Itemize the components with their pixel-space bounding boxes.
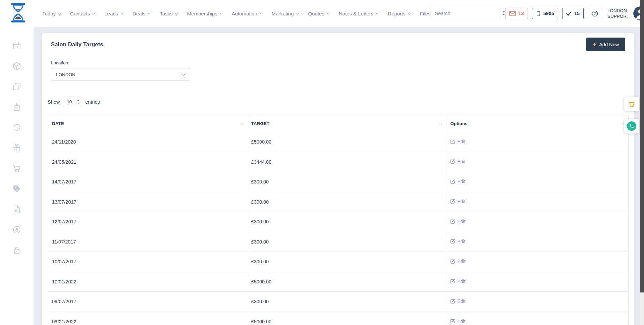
nav-item-tasks[interactable]: Tasks — [160, 11, 177, 16]
sidebar-item-shopping-bag[interactable] — [0, 97, 34, 117]
nav-item-notes-letters[interactable]: Notes & Letters — [339, 11, 378, 16]
nav-item-contacts[interactable]: Contacts — [70, 11, 95, 16]
show-label: Show — [48, 99, 60, 105]
target-cell: £5000.00 — [247, 312, 446, 325]
user-name[interactable]: LONDON SUPPORT — [607, 8, 629, 19]
sort-icon: ↑↓ — [439, 122, 442, 126]
sidebar-item-cart[interactable] — [0, 158, 34, 178]
nav-item-quotes[interactable]: Quotes — [308, 11, 329, 16]
edit-link[interactable]: Edit — [450, 299, 465, 304]
target-cell: £5000.00 — [247, 132, 446, 152]
edit-link[interactable]: Edit — [450, 159, 465, 164]
column-label: Options — [450, 121, 467, 126]
nav-item-reports[interactable]: Reports — [388, 11, 411, 16]
edit-label: Edit — [457, 259, 465, 264]
nav-item-marketing[interactable]: Marketing — [272, 11, 299, 16]
sidebar-item-package[interactable] — [0, 56, 34, 76]
sidebar-item-calendar[interactable]: 12 — [0, 35, 34, 56]
sidebar-item-layers[interactable] — [0, 76, 34, 97]
call-widget-button[interactable] — [624, 119, 639, 133]
table-row: 09/07/2017 £300.00 Edit — [48, 292, 629, 312]
help-badge[interactable]: ? — [588, 8, 602, 19]
sidebar-item-price-tag[interactable]: $ — [0, 178, 34, 199]
sidebar-item-history[interactable] — [0, 117, 34, 138]
svg-text:?: ? — [594, 11, 596, 15]
edit-link[interactable]: Edit — [450, 319, 465, 324]
app-logo[interactable] — [9, 3, 27, 24]
phone-badge[interactable]: 5905 — [532, 8, 558, 19]
edit-label: Edit — [457, 199, 465, 204]
nav-item-leads[interactable]: Leads — [104, 11, 123, 16]
sort-icon: ↑↓ — [240, 122, 243, 126]
nav-item-files[interactable]: Files — [420, 11, 431, 16]
edit-label: Edit — [457, 219, 465, 224]
edit-pencil-icon — [450, 159, 455, 164]
location-select[interactable]: LONDON — [51, 68, 190, 81]
cart-icon — [12, 164, 21, 173]
nav-label: Automation — [232, 11, 257, 16]
edit-link[interactable]: Edit — [450, 219, 465, 224]
tasks-done-badge[interactable]: 15 — [562, 8, 584, 19]
edit-pencil-icon — [450, 259, 455, 264]
edit-link[interactable]: Edit — [450, 239, 465, 244]
options-cell: Edit — [446, 132, 629, 152]
page-size-select-wrap: 10 — [63, 97, 82, 107]
nav-label: Files — [420, 11, 431, 16]
page-size-select[interactable]: 10 — [63, 97, 82, 107]
column-header-options[interactable]: Options↑↓ — [446, 115, 629, 132]
sidebar-item-gift[interactable] — [0, 138, 34, 158]
date-cell: 11/07/2017 — [48, 232, 247, 252]
phone-count: 5905 — [543, 11, 554, 16]
targets-card: Salon Daily Targets + Add New Location: … — [42, 33, 634, 325]
mail-badge[interactable]: 13 — [505, 8, 528, 19]
check-count: 15 — [574, 11, 580, 16]
mail-count: 13 — [519, 11, 524, 16]
edit-link[interactable]: Edit — [450, 259, 465, 264]
edit-link[interactable]: Edit — [450, 279, 465, 284]
options-cell: Edit — [446, 212, 629, 232]
edit-link[interactable]: Edit — [450, 199, 465, 204]
location-label: Location: — [51, 60, 629, 65]
add-new-label: Add New — [599, 42, 619, 47]
topbar-actions: 13 5905 15 ? LONDON SUPPORT — [431, 6, 644, 20]
chevron-down-icon — [259, 11, 263, 14]
scrollbar-thumb[interactable] — [640, 0, 644, 292]
options-cell: Edit — [446, 152, 629, 172]
edit-link[interactable]: Edit — [450, 179, 465, 184]
envelope-icon — [509, 11, 516, 16]
cart-widget-button[interactable] — [624, 97, 639, 111]
edit-link[interactable]: Edit — [450, 139, 465, 144]
table-row: 24/05/2021 £3444.00 Edit — [48, 152, 629, 172]
svg-text:12: 12 — [15, 46, 18, 49]
page-title: Salon Daily Targets — [51, 41, 103, 48]
nav-item-automation[interactable]: Automation — [232, 11, 262, 16]
table-row: 09/01/2022 £5000.00 Edit — [48, 312, 629, 325]
history-icon — [12, 123, 21, 132]
report-icon — [12, 205, 21, 214]
sidebar-item-lock[interactable] — [0, 240, 34, 260]
date-cell: 12/07/2017 — [48, 212, 247, 232]
calendar-icon: 12 — [12, 41, 21, 50]
nav-label: Marketing — [272, 11, 294, 16]
options-cell: Edit — [446, 192, 629, 212]
chevron-down-icon — [120, 11, 124, 14]
column-header-target[interactable]: TARGET↑↓ — [247, 115, 446, 132]
phone-circle — [627, 121, 636, 131]
layers-icon — [12, 82, 21, 91]
search-input[interactable] — [431, 8, 502, 19]
add-new-button[interactable]: + Add New — [586, 38, 625, 51]
nav-item-deals[interactable]: Deals — [132, 11, 150, 16]
column-header-date[interactable]: DATE↑↓ — [48, 115, 247, 132]
chevron-down-icon — [296, 11, 299, 14]
sidebar-item-account-privacy[interactable] — [0, 219, 34, 240]
edit-pencil-icon — [450, 239, 455, 244]
nav-item-today[interactable]: Today — [42, 11, 61, 16]
nav-label: Tasks — [160, 11, 172, 16]
sidebar-item-report[interactable] — [0, 199, 34, 219]
nav-item-memberships[interactable]: Memberships — [187, 11, 222, 16]
main-content: Salon Daily Targets + Add New Location: … — [34, 27, 644, 325]
edit-label: Edit — [457, 239, 465, 244]
date-cell: 14/07/2017 — [48, 172, 247, 192]
chevron-down-icon — [92, 11, 96, 14]
date-cell: 09/07/2017 — [48, 292, 247, 312]
